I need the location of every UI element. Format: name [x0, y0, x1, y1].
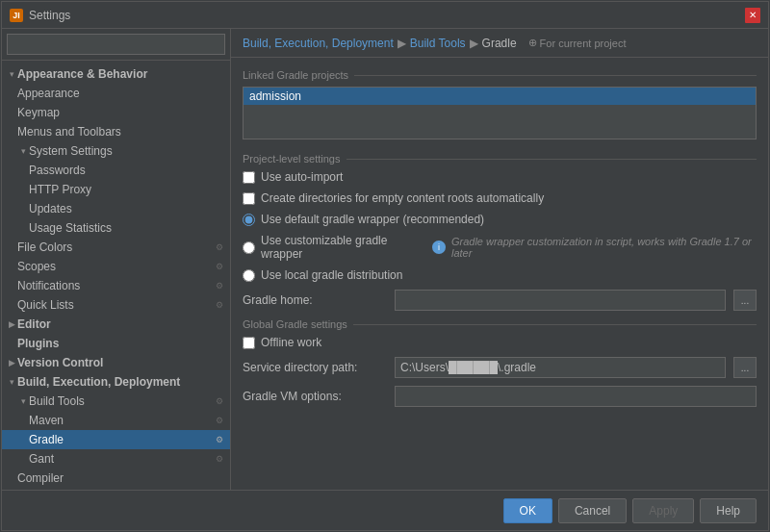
offline-work-row: Offline work — [243, 336, 757, 349]
sidebar-item-build-execution[interactable]: ▾ Build, Execution, Deployment — [2, 372, 230, 392]
arrow-icon: ▶ — [6, 318, 17, 330]
sidebar-item-file-colors[interactable]: File Colors ⚙ — [2, 238, 230, 257]
offline-work-checkbox[interactable] — [243, 337, 255, 349]
customizable-wrapper-row: Use customizable gradle wrapper i Gradle… — [243, 234, 757, 261]
sidebar-item-keymap[interactable]: Keymap — [2, 103, 230, 122]
sidebar-item-appearance-behavior[interactable]: ▾ Appearance & Behavior — [2, 64, 230, 84]
gradle-vm-input[interactable] — [395, 386, 757, 407]
sidebar-item-maven[interactable]: Maven ⚙ — [2, 411, 230, 430]
arrow-icon: ▾ — [6, 68, 17, 80]
sidebar-item-plugins[interactable]: ▶ Plugins — [2, 334, 230, 353]
close-button[interactable]: ✕ — [745, 8, 760, 23]
sidebar-item-appearance[interactable]: Appearance — [2, 84, 230, 103]
sidebar-item-gant[interactable]: Gant ⚙ — [2, 449, 230, 469]
default-wrapper-radio[interactable] — [243, 214, 255, 226]
search-input[interactable] — [7, 34, 225, 55]
auto-import-label: Use auto-import — [261, 170, 343, 184]
sidebar-item-menus-toolbars[interactable]: Menus and Toolbars — [2, 122, 230, 141]
sidebar-item-editor[interactable]: ▶ Editor — [2, 315, 230, 334]
main-panel: Build, Execution, Deployment ▶ Build Too… — [231, 29, 768, 490]
for-current-label: For current project — [540, 38, 627, 49]
app-icon: JI — [10, 9, 23, 22]
breadcrumb-build[interactable]: Build, Execution, Deployment — [243, 37, 394, 50]
auto-import-row: Use auto-import — [243, 170, 757, 184]
gear-icon: ⚙ — [213, 260, 226, 273]
sidebar: ▾ Appearance & Behavior Appearance Keyma… — [2, 29, 231, 490]
breadcrumb: Build, Execution, Deployment ▶ Build Too… — [231, 29, 768, 58]
breadcrumb-gradle: Gradle — [482, 37, 517, 50]
global-gradle-section-title: Global Gradle settings — [243, 318, 757, 330]
settings-dialog: JI Settings ✕ ▾ Appearance & Behavior Ap… — [1, 1, 769, 531]
sidebar-item-build-tools[interactable]: ▾ Build Tools ⚙ — [2, 392, 230, 411]
sidebar-item-scopes[interactable]: Scopes ⚙ — [2, 257, 230, 276]
gradle-home-browse-button[interactable]: ... — [733, 290, 757, 311]
current-project-icon: ⊕ — [528, 37, 537, 49]
create-dirs-checkbox[interactable] — [243, 192, 255, 205]
local-distribution-label: Use local gradle distribution — [261, 268, 402, 282]
wrapper-info-text: Gradle wrapper customization in script, … — [451, 236, 757, 259]
sidebar-item-usage-statistics[interactable]: Usage Statistics — [2, 218, 230, 238]
linked-projects-section-title: Linked Gradle projects — [243, 69, 757, 81]
gradle-vm-label: Gradle VM options: — [243, 390, 387, 403]
default-wrapper-label: Use default gradle wrapper (recommended) — [261, 213, 484, 226]
gradle-home-label: Gradle home: — [243, 293, 387, 307]
section-label: Version Control — [17, 356, 226, 369]
gear-icon: ⚙ — [213, 452, 226, 466]
create-dirs-label: Create directories for empty content roo… — [261, 191, 544, 205]
sidebar-item-notifications[interactable]: Notifications ⚙ — [2, 276, 230, 295]
section-label: Plugins — [17, 337, 226, 350]
linked-projects-list[interactable]: admission — [243, 87, 757, 139]
local-distribution-row: Use local gradle distribution — [243, 268, 757, 282]
offline-work-label: Offline work — [261, 336, 321, 349]
sidebar-item-quick-lists[interactable]: Quick Lists ⚙ — [2, 295, 230, 315]
default-wrapper-row: Use default gradle wrapper (recommended) — [243, 213, 757, 226]
gear-icon: ⚙ — [213, 298, 226, 312]
section-label: Appearance & Behavior — [17, 67, 226, 81]
local-distribution-radio[interactable] — [243, 269, 255, 282]
sidebar-item-version-control[interactable]: ▶ Version Control — [2, 353, 230, 372]
customizable-wrapper-radio[interactable] — [243, 241, 255, 254]
customizable-wrapper-label: Use customizable gradle wrapper — [261, 234, 423, 261]
service-dir-label: Service directory path: — [243, 361, 387, 374]
sidebar-item-passwords[interactable]: Passwords — [2, 161, 230, 180]
help-button[interactable]: Help — [700, 498, 757, 523]
title-bar: JI Settings ✕ — [2, 2, 768, 29]
sidebar-item-system-settings[interactable]: ▾ System Settings — [2, 141, 230, 161]
settings-tree: ▾ Appearance & Behavior Appearance Keyma… — [2, 61, 230, 490]
sidebar-item-http-proxy[interactable]: HTTP Proxy — [2, 180, 230, 199]
apply-button[interactable]: Apply — [632, 498, 694, 523]
title-bar-left: JI Settings — [10, 9, 70, 22]
create-dirs-row: Create directories for empty content roo… — [243, 191, 757, 205]
gear-icon: ⚙ — [213, 241, 226, 254]
gradle-vm-row: Gradle VM options: — [243, 386, 757, 407]
arrow-icon: ▾ — [17, 395, 29, 407]
breadcrumb-sep-1: ▶ — [398, 37, 406, 50]
settings-content: Linked Gradle projects admission Project… — [231, 58, 768, 490]
arrow-icon: ▾ — [6, 376, 17, 388]
linked-project-item[interactable]: admission — [244, 88, 756, 105]
dialog-title: Settings — [29, 9, 70, 22]
sidebar-item-gradle[interactable]: Gradle ⚙ — [2, 430, 230, 449]
gear-icon: ⚙ — [213, 433, 226, 446]
service-dir-input[interactable] — [395, 357, 726, 378]
auto-import-checkbox[interactable] — [243, 171, 255, 184]
sidebar-item-updates[interactable]: Updates — [2, 199, 230, 218]
bottom-bar: OK Cancel Apply Help — [2, 490, 768, 530]
section-label: Build, Execution, Deployment — [17, 375, 226, 389]
cancel-button[interactable]: Cancel — [558, 498, 627, 523]
breadcrumb-build-tools[interactable]: Build Tools — [410, 37, 466, 50]
arrow-icon: ▶ — [6, 357, 17, 368]
service-dir-browse-button[interactable]: ... — [733, 357, 757, 378]
breadcrumb-sep-2: ▶ — [470, 37, 478, 50]
arrow-icon: ▾ — [17, 145, 29, 157]
gear-icon: ⚙ — [213, 414, 226, 427]
content-area: ▾ Appearance & Behavior Appearance Keyma… — [2, 29, 768, 490]
gear-icon: ⚙ — [213, 279, 226, 292]
service-dir-row: Service directory path: ... — [243, 357, 757, 378]
ok-button[interactable]: OK — [503, 498, 552, 523]
for-current-project: ⊕ For current project — [528, 37, 627, 49]
section-label: Editor — [17, 317, 226, 331]
gear-icon: ⚙ — [213, 394, 226, 408]
sidebar-item-compiler[interactable]: Compiler — [2, 469, 230, 488]
gradle-home-input[interactable] — [395, 290, 726, 311]
